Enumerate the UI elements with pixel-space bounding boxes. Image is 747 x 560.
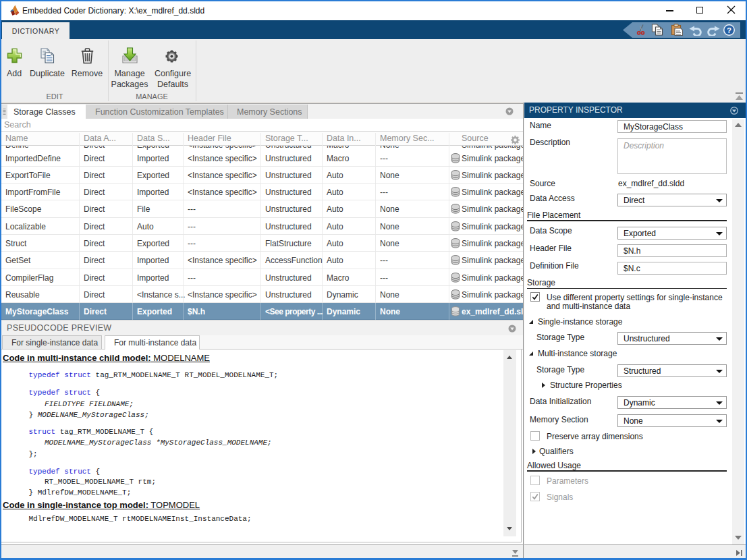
svg-text:?: ? — [727, 26, 731, 34]
